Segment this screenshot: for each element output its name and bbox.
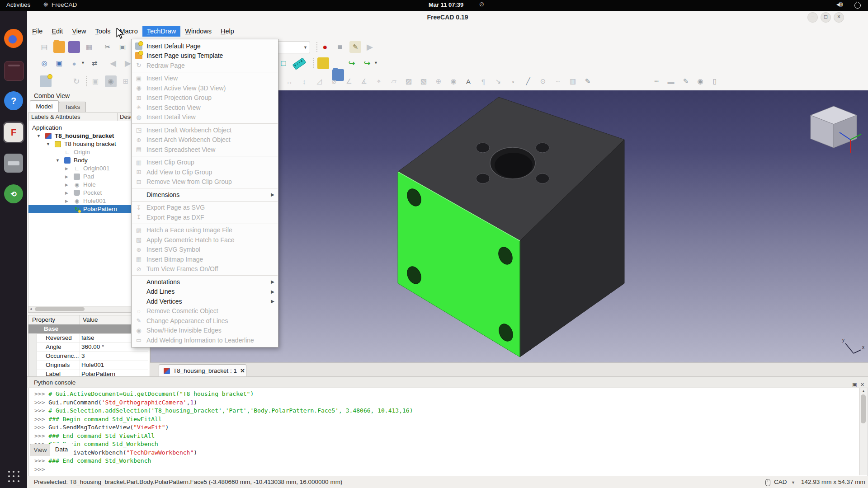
td-eraser-icon[interactable]: ▬ xyxy=(665,75,677,87)
td-dim-diameter-icon[interactable]: ⌀ xyxy=(328,75,340,87)
nav-style-selector[interactable]: CAD xyxy=(774,479,787,485)
td-dim-vertical-icon[interactable]: ↕ xyxy=(298,75,310,87)
td-dim-3pt-angle-icon[interactable]: ∡ xyxy=(358,75,370,87)
chevron-down-icon[interactable]: ▼ xyxy=(791,480,795,485)
macro-edit-icon[interactable]: ✎ xyxy=(349,41,361,53)
view-fit-all-icon[interactable]: ◎ xyxy=(38,57,50,69)
menu-item-add-lines[interactable]: Add Lines▶ xyxy=(132,287,278,297)
td-dim-radius-icon[interactable]: ◿ xyxy=(313,75,325,87)
view-axonometric-icon[interactable]: □ xyxy=(278,57,289,69)
td-geometric-hatch-icon[interactable]: ▧ xyxy=(418,75,429,87)
software-icon[interactable]: ⟲ xyxy=(4,184,23,203)
td-ext-group-icon[interactable]: ▱ xyxy=(388,75,400,87)
navigation-cube[interactable] xyxy=(811,106,861,153)
export-page-icon[interactable]: ↪ xyxy=(346,57,358,69)
expander-closed-icon[interactable]: ▶ xyxy=(65,181,68,189)
document-tab[interactable]: T8_housing_bracket : 1 ✕ xyxy=(159,364,246,377)
td-cosmetic-vertex-icon[interactable]: ◦ xyxy=(507,75,519,87)
menu-item-add-vertices[interactable]: Add Vertices▶ xyxy=(132,296,278,306)
td-rich-annotation-icon[interactable]: ¶ xyxy=(477,75,489,87)
property-row-originals[interactable]: OriginalsHole001 xyxy=(28,361,148,370)
view-sync-icon[interactable]: ⇄ xyxy=(89,57,100,69)
console-scrollbar-thumb[interactable] xyxy=(861,394,866,423)
expander-closed-icon[interactable]: ▶ xyxy=(65,197,68,205)
expander-closed-icon[interactable]: ▶ xyxy=(65,164,68,173)
macro-play-icon[interactable]: ▶ xyxy=(364,41,376,53)
firefox-icon[interactable] xyxy=(4,29,23,48)
menu-techdraw[interactable]: TechDraw xyxy=(142,26,180,37)
top-hole-2[interactable] xyxy=(536,143,549,153)
std-print-icon[interactable]: ▦ xyxy=(83,41,95,53)
menu-view[interactable]: View xyxy=(67,26,90,37)
std-copy-icon[interactable]: ▣ xyxy=(117,41,128,53)
property-row-occurrenc-[interactable]: Occurrenc...3 xyxy=(28,352,148,361)
property-group-base[interactable]: Base xyxy=(28,324,148,334)
python-console-titlebar[interactable]: Python console ▣ ✕ xyxy=(27,376,868,388)
td-cosmetic-line-icon[interactable]: ┄ xyxy=(552,75,564,87)
expander-closed-icon[interactable]: ▶ xyxy=(65,189,68,197)
files-icon[interactable] xyxy=(4,154,23,173)
menu-item-insert-default-page[interactable]: Insert Default Page xyxy=(132,41,278,51)
td-insert-default-page-icon[interactable] xyxy=(40,75,52,87)
td-hatch-image-icon[interactable]: ▨ xyxy=(403,75,415,87)
menu-item-annotations[interactable]: Annotations▶ xyxy=(132,277,278,287)
tab-close-icon[interactable]: ✕ xyxy=(240,367,245,374)
td-line-2pts-icon[interactable]: ┉ xyxy=(651,75,662,87)
freecad-icon[interactable]: F xyxy=(4,123,23,142)
tab-view[interactable]: View xyxy=(30,444,51,456)
expander-open-icon[interactable]: ▼ xyxy=(37,132,41,140)
tab-data[interactable]: Data xyxy=(50,443,73,456)
help-icon[interactable]: ? xyxy=(4,91,23,110)
property-value[interactable]: Hole001 xyxy=(81,361,145,370)
menu-item-dimensions[interactable]: Dimensions▶ xyxy=(132,190,278,200)
td-decorate-line-icon[interactable]: ✎ xyxy=(582,75,594,87)
clock[interactable]: Mar 11 07:39 xyxy=(429,1,463,8)
td-dim-angle-icon[interactable]: ∠ xyxy=(343,75,355,87)
draw-style-icon[interactable]: ●▼ xyxy=(68,57,80,69)
std-cut-icon[interactable]: ✂ xyxy=(102,41,113,53)
tab-model[interactable]: Model xyxy=(30,100,59,112)
menu-tools[interactable]: Tools xyxy=(91,26,115,37)
td-insert-active-view-icon[interactable]: ◉ xyxy=(105,75,117,87)
expander-open-icon[interactable]: ▼ xyxy=(46,140,50,148)
td-ext-columns-icon[interactable]: ▯ xyxy=(709,75,721,87)
td-redraw-page-icon[interactable]: ↻ xyxy=(71,75,82,87)
top-hole-3[interactable] xyxy=(476,174,490,183)
std-save-icon[interactable] xyxy=(68,41,80,53)
measure-distance[interactable] xyxy=(292,57,307,70)
top-hole-1[interactable] xyxy=(476,143,490,153)
menu-help[interactable]: Help xyxy=(216,26,239,37)
volume-icon[interactable]: ◀))) xyxy=(836,2,843,7)
focused-app-indicator[interactable]: ❋ FreeCAD xyxy=(43,1,77,8)
power-icon[interactable] xyxy=(854,2,861,9)
menu-file[interactable]: File xyxy=(28,26,47,37)
std-open-icon[interactable] xyxy=(53,41,65,53)
top-hole-4[interactable] xyxy=(536,174,549,183)
python-console[interactable]: >>> # Gui.ActiveDocument=Gui.getDocument… xyxy=(28,388,868,477)
tab-tasks[interactable]: Tasks xyxy=(59,102,86,112)
td-cosmetic-circle-icon[interactable]: ⊙ xyxy=(537,75,549,87)
td-annotation-icon[interactable]: A xyxy=(462,75,474,87)
menu-item-insert-page-using-template[interactable]: Insert Page using Template xyxy=(132,51,278,61)
maximize-button[interactable]: □ xyxy=(821,12,831,23)
expander-closed-icon[interactable]: ▶ xyxy=(65,173,68,181)
td-draw-line-icon[interactable]: ✎ xyxy=(680,75,692,87)
scroll-up-arrow[interactable]: ▲ xyxy=(860,389,867,393)
property-row-angle[interactable]: Angle360.00 ° xyxy=(28,343,148,352)
std-new-icon[interactable]: ▤ xyxy=(38,41,50,53)
menu-edit[interactable]: Edit xyxy=(47,26,67,37)
menu-windows[interactable]: Windows xyxy=(180,26,216,37)
td-dim-link-icon[interactable]: ⌖ xyxy=(373,75,385,87)
std-export-icon[interactable]: ↪▼ xyxy=(361,57,373,69)
terminal-icon[interactable] xyxy=(4,61,24,81)
property-value[interactable]: 3 xyxy=(81,352,145,361)
td-balloon-icon[interactable]: ◉ xyxy=(448,75,459,87)
property-row-reversed[interactable]: Reversedfalse xyxy=(28,333,148,343)
macro-record-icon[interactable]: ● xyxy=(319,41,331,53)
td-face-hatch-icon[interactable]: ▥ xyxy=(567,75,579,87)
td-centerline-icon[interactable]: ╱ xyxy=(522,75,534,87)
console-scrollbar[interactable]: ▲ xyxy=(859,388,867,475)
app-grid-icon[interactable] xyxy=(8,471,20,483)
close-button[interactable]: × xyxy=(834,12,844,23)
macro-stop-icon[interactable]: ■ xyxy=(334,41,346,53)
